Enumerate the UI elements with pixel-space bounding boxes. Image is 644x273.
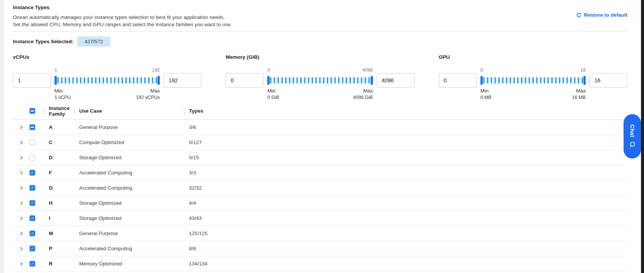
expand-row-button[interactable] [13, 171, 30, 175]
chat-button[interactable]: Chat [624, 114, 641, 158]
selected-count-badge: 427/572 [77, 36, 110, 47]
row-family: D [44, 155, 74, 160]
row-checkbox[interactable] [30, 215, 35, 221]
expand-row-button[interactable] [13, 155, 30, 160]
row-types: 32/32 [184, 185, 627, 191]
right-window-edge [641, 0, 644, 273]
select-all-checkbox[interactable] [30, 108, 35, 114]
gpu-slider-ticks [483, 77, 583, 83]
row-family: G [44, 185, 74, 191]
gpu-min-caption: Min [480, 88, 491, 94]
page-title: Instance Types [13, 5, 627, 10]
row-types: 3/3 [184, 170, 627, 176]
vcpus-min-input[interactable] [13, 73, 51, 88]
memory-max-caption: Max [353, 88, 373, 94]
gpu-max-input[interactable] [589, 73, 627, 88]
vcpus-min-tick-label: 1 [55, 67, 57, 74]
instance-family-table: Instance Family Use Case Types A General… [13, 102, 627, 271]
row-family: H [44, 200, 74, 206]
selected-count-row: Instance Types Selected: 427/572 [13, 36, 627, 47]
description-line-1: Ocean automatically manages your instanc… [13, 14, 627, 21]
row-use-case: Accelerated Computing [74, 170, 184, 176]
row-use-case: Storage Optimized [74, 155, 184, 160]
chevron-right-icon [19, 186, 23, 190]
vcpus-max-tick-label: 192 [152, 67, 160, 74]
vcpus-slider-min-handle[interactable] [55, 76, 57, 85]
chevron-right-icon [19, 155, 23, 160]
chevron-right-icon [19, 246, 23, 251]
row-family: I [44, 215, 74, 221]
row-types: 0/15 [184, 155, 627, 160]
memory-label: Memory (GiB) [226, 54, 414, 60]
row-checkbox[interactable] [30, 246, 35, 251]
row-use-case: Storage Optimized [74, 200, 184, 206]
row-checkbox[interactable] [30, 185, 35, 191]
refresh-icon [576, 13, 582, 18]
gpu-slider-group: GPU 0 16 Min 0 M [439, 54, 627, 100]
row-checkbox[interactable] [30, 261, 35, 267]
row-checkbox[interactable] [30, 200, 35, 206]
table-row: H Storage Optimized 4/4 [13, 196, 627, 211]
column-header-use-case: Use Case [74, 108, 184, 114]
vcpus-label: vCPUs [13, 54, 201, 60]
memory-slider-group: Memory (GiB) 0 4096 Min [226, 54, 414, 100]
left-gutter [0, 0, 4, 273]
chevron-right-icon [19, 262, 23, 266]
table-row: A General Purpose 3/6 [13, 120, 627, 135]
gpu-min-sublabel: 0 MB [480, 95, 491, 100]
column-header-types: Types [184, 108, 627, 114]
restore-to-default-button[interactable]: Restore to default [576, 12, 627, 18]
chevron-right-icon [19, 231, 23, 236]
memory-min-input[interactable] [226, 73, 264, 88]
memory-slider-min-handle[interactable] [267, 76, 270, 85]
vcpus-max-caption: Max [136, 88, 160, 94]
row-checkbox[interactable] [30, 140, 35, 145]
row-family: P [44, 246, 74, 251]
row-checkbox[interactable] [30, 170, 35, 176]
chevron-right-icon [19, 216, 23, 221]
expand-row-button[interactable] [13, 201, 30, 206]
row-use-case: Accelerated Computing [74, 185, 184, 191]
row-use-case: Memory Optimized [74, 261, 184, 267]
gpu-max-caption: Max [572, 88, 586, 94]
row-types: 0/127 [184, 140, 627, 145]
expand-row-button[interactable] [13, 125, 30, 130]
memory-slider-ticks [270, 77, 370, 83]
expand-row-button[interactable] [13, 262, 30, 266]
row-checkbox[interactable] [30, 155, 35, 160]
gpu-slider-min-handle[interactable] [480, 76, 483, 85]
vcpus-slider-track [55, 76, 160, 85]
expand-row-button[interactable] [13, 231, 30, 236]
table-row: D Storage Optimized 0/15 [13, 150, 627, 165]
chevron-right-icon [19, 171, 23, 175]
gpu-min-input[interactable] [439, 73, 477, 88]
expand-row-button[interactable] [13, 186, 30, 190]
row-family: A [44, 124, 74, 130]
gpu-label: GPU [439, 54, 627, 60]
row-types: 4/4 [184, 200, 627, 206]
row-use-case: Compute Optimized [74, 140, 184, 145]
table-row: I Storage Optimized 43/43 [13, 211, 627, 226]
row-use-case: General Purpose [74, 124, 184, 130]
row-checkbox[interactable] [30, 231, 35, 236]
vcpus-slider-max-handle[interactable] [157, 76, 160, 85]
table-row: P Accelerated Computing 8/8 [13, 241, 627, 256]
gpu-slider-max-handle[interactable] [583, 76, 586, 85]
row-use-case: Accelerated Computing [74, 246, 184, 251]
memory-slider-max-handle[interactable] [371, 76, 373, 85]
memory-max-input[interactable] [377, 73, 415, 88]
vcpus-max-input[interactable] [164, 73, 201, 88]
memory-max-tick-label: 4096 [362, 67, 373, 74]
expand-row-button[interactable] [13, 246, 30, 251]
table-row: G Accelerated Computing 32/32 [13, 180, 627, 196]
vcpus-slider-ticks [57, 77, 157, 83]
row-checkbox[interactable] [30, 124, 35, 130]
selected-count-label: Instance Types Selected: [13, 39, 73, 44]
gpu-slider-track [480, 76, 586, 85]
expand-row-button[interactable] [13, 216, 30, 221]
table-body: A General Purpose 3/6 C Compute Optimize… [13, 120, 627, 271]
expand-row-button[interactable] [13, 140, 30, 145]
vcpus-max-sublabel: 192 vCPUs [136, 95, 160, 100]
memory-min-tick-label: 0 [267, 67, 270, 74]
row-family: F [44, 170, 74, 176]
